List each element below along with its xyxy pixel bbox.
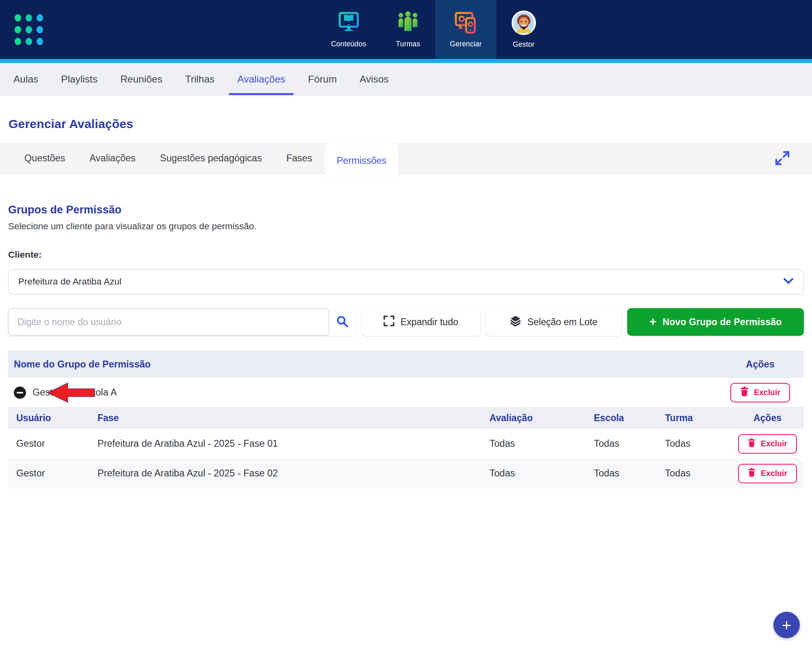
col-turma: Turma <box>665 413 731 424</box>
main-nav: Conteúdos Turmas <box>316 0 551 59</box>
trash-icon <box>740 387 749 398</box>
page-title: Gerenciar Avaliações <box>0 96 812 143</box>
secondary-nav: Aulas Playlists Reuniões Trilhas Avaliaç… <box>0 63 812 96</box>
header-accent-bar <box>0 59 812 63</box>
nav-label: Conteúdos <box>331 40 366 48</box>
group-row: Gestores - Escola A Excluir <box>8 378 804 407</box>
cell-usuario: Gestor <box>16 438 97 449</box>
new-permission-group-label: Novo Grupo de Permissão <box>663 317 782 328</box>
tab-permissoes[interactable]: Permissões <box>325 143 399 178</box>
nav-label: Gerenciar <box>450 40 482 48</box>
subnav-item-playlists[interactable]: Playlists <box>50 63 109 95</box>
permissions-panel: Grupos de Permissão Selecione um cliente… <box>0 204 812 488</box>
add-fab-button[interactable]: + <box>773 612 800 638</box>
plus-icon: + <box>649 315 656 328</box>
nav-item-turmas[interactable]: Turmas <box>381 0 435 59</box>
delete-row-button[interactable]: Excluir <box>738 464 797 483</box>
nav-label: Turmas <box>396 40 420 48</box>
new-permission-group-button[interactable]: + Novo Grupo de Permissão <box>627 308 804 336</box>
col-acoes: Ações <box>731 413 804 424</box>
plus-icon: + <box>782 616 791 634</box>
nav-label: Gestor <box>513 40 535 49</box>
permission-groups-table: Nome do Grupo de Permissão Ações Gestore… <box>8 350 804 488</box>
delete-row-label: Excluir <box>761 469 787 478</box>
col-escola: Escola <box>594 413 665 424</box>
client-label: Cliente: <box>8 250 804 260</box>
cell-turma: Todas <box>665 438 731 449</box>
tab-sugestoes-pedagogicas[interactable]: Sugestões pedagógicas <box>148 143 274 173</box>
collapse-group-icon[interactable] <box>14 387 26 399</box>
groups-table-header: Nome do Grupo de Permissão Ações <box>8 350 804 378</box>
delete-group-button[interactable]: Excluir <box>730 383 790 402</box>
col-fase: Fase <box>97 413 489 424</box>
fullscreen-expand-icon[interactable] <box>774 150 791 168</box>
app-header: Conteúdos Turmas <box>0 0 812 59</box>
subnav-item-avaliacoes[interactable]: Avaliações <box>226 63 297 95</box>
client-select-value: Prefeitura de Aratiba Azul <box>18 276 783 287</box>
nav-item-gerenciar[interactable]: Gerenciar <box>435 0 496 59</box>
group-name-header: Nome do Grupo de Permissão <box>14 359 717 370</box>
expand-all-label: Expandir tudo <box>401 317 458 328</box>
nav-item-gestor[interactable]: Gestor <box>496 0 551 59</box>
trash-icon <box>748 468 756 479</box>
cell-fase: Prefeitura de Aratiba Azul - 2025 - Fase… <box>97 468 489 479</box>
delete-row-label: Excluir <box>761 439 787 448</box>
tab-questoes[interactable]: Questões <box>12 143 78 173</box>
col-avaliacao: Avaliação <box>489 413 594 424</box>
cell-usuario: Gestor <box>16 468 97 479</box>
table-row: Gestor Prefeitura de Aratiba Azul - 2025… <box>8 429 804 459</box>
chevron-down-icon <box>783 278 794 286</box>
app-logo[interactable] <box>15 14 43 45</box>
cell-fase: Prefeitura de Aratiba Azul - 2025 - Fase… <box>97 438 489 449</box>
cell-avaliacao: Todas <box>489 438 594 449</box>
expand-brackets-icon <box>383 315 394 329</box>
cell-avaliacao: Todas <box>489 468 594 479</box>
delete-row-button[interactable]: Excluir <box>738 434 797 454</box>
delete-group-label: Excluir <box>754 388 780 397</box>
batch-select-button[interactable]: Seleção em Lote <box>486 308 621 336</box>
search-icon <box>336 315 349 329</box>
users-table-header: Usuário Fase Avaliação Escola Turma Açõe… <box>8 407 804 429</box>
subnav-item-forum[interactable]: Fórum <box>297 63 348 95</box>
group-name: Gestores - Escola A <box>32 387 117 398</box>
nav-item-conteudos[interactable]: Conteúdos <box>316 0 381 59</box>
tab-strip: Questões Avaliações Sugestões pedagógica… <box>0 143 812 174</box>
user-avatar <box>511 10 536 37</box>
subnav-item-reunioes[interactable]: Reuniões <box>109 63 174 95</box>
tab-avaliacoes[interactable]: Avaliações <box>78 143 148 173</box>
col-usuario: Usuário <box>16 413 97 424</box>
subnav-item-avisos[interactable]: Avisos <box>348 63 400 95</box>
cell-turma: Todas <box>665 468 731 479</box>
batch-select-label: Seleção em Lote <box>527 317 598 328</box>
search-input[interactable] <box>8 308 329 336</box>
subnav-item-aulas[interactable]: Aulas <box>2 63 50 95</box>
section-title: Grupos de Permissão <box>8 204 804 216</box>
section-subtitle: Selecione um cliente para visualizar os … <box>8 221 804 232</box>
tab-fases[interactable]: Fases <box>274 143 325 173</box>
client-select[interactable]: Prefeitura de Aratiba Azul <box>8 269 804 294</box>
table-row: Gestor Prefeitura de Aratiba Azul - 2025… <box>8 459 804 488</box>
toolbar: Expandir tudo Seleção em Lote + Novo Gru… <box>8 308 804 336</box>
search-group <box>8 308 356 336</box>
people-group-icon <box>395 11 420 37</box>
cell-escola: Todas <box>594 438 665 449</box>
search-button[interactable] <box>329 308 356 336</box>
cell-escola: Todas <box>594 468 665 479</box>
subnav-item-trilhas[interactable]: Trilhas <box>174 63 226 95</box>
actions-header: Ações <box>717 359 804 370</box>
expand-all-button[interactable]: Expandir tudo <box>362 308 480 336</box>
trash-icon <box>748 438 756 449</box>
monitor-book-icon <box>336 11 361 37</box>
device-gear-icon <box>453 11 479 37</box>
layers-icon <box>510 315 521 329</box>
